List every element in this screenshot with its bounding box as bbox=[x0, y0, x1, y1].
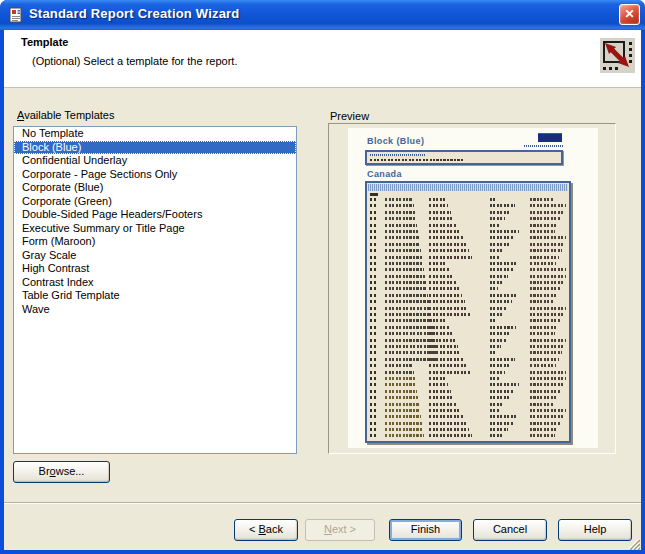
list-item[interactable]: Gray Scale bbox=[14, 249, 296, 263]
separator bbox=[4, 502, 641, 504]
help-button[interactable]: Help bbox=[558, 519, 632, 541]
list-item[interactable]: High Contrast bbox=[14, 262, 296, 276]
list-item[interactable]: Wave bbox=[14, 303, 296, 317]
preview-report-title: Block (Blue) bbox=[367, 136, 424, 146]
template-step-icon bbox=[600, 38, 635, 73]
next-button: Next > bbox=[305, 519, 375, 541]
list-item[interactable]: Table Grid Template bbox=[14, 289, 296, 303]
list-item[interactable]: Form (Maroon) bbox=[14, 235, 296, 249]
resize-grip-icon[interactable] bbox=[627, 536, 640, 549]
preview-group-heading: Canada bbox=[367, 169, 402, 179]
title-bar[interactable]: Standard Report Creation Wizard ✕ bbox=[0, 0, 645, 30]
browse-button[interactable]: Browse... bbox=[13, 461, 110, 483]
close-button[interactable]: ✕ bbox=[619, 4, 640, 25]
list-item[interactable]: Double-Sided Page Headers/Footers bbox=[14, 208, 296, 222]
list-item[interactable]: Confidential Underlay bbox=[14, 154, 296, 168]
preview-info-box bbox=[365, 150, 563, 165]
list-item[interactable]: No Template bbox=[14, 127, 296, 141]
step-title: Template bbox=[21, 36, 68, 48]
step-subtitle: (Optional) Select a template for the rep… bbox=[32, 55, 237, 67]
available-templates-label: Available Templates bbox=[17, 109, 114, 121]
preview-label: Preview bbox=[330, 110, 369, 122]
preview-logo-caption bbox=[524, 145, 564, 147]
preview-table-rows bbox=[370, 198, 566, 439]
preview-table bbox=[365, 181, 571, 443]
back-button[interactable]: < Back bbox=[234, 519, 298, 541]
app-icon bbox=[8, 7, 24, 23]
window-title: Standard Report Creation Wizard bbox=[29, 6, 240, 21]
list-item[interactable]: Corporate (Blue) bbox=[14, 181, 296, 195]
preview-panel: Block (Blue) Canada bbox=[328, 123, 616, 454]
cancel-button[interactable]: Cancel bbox=[473, 519, 547, 541]
list-item[interactable]: Executive Summary or Title Page bbox=[14, 222, 296, 236]
preview-logo bbox=[538, 133, 562, 142]
dialog-body: Template (Optional) Select a template fo… bbox=[4, 30, 641, 550]
list-item[interactable]: Contrast Index bbox=[14, 276, 296, 290]
preview-table-header bbox=[368, 184, 568, 191]
preview-page: Block (Blue) Canada bbox=[348, 128, 598, 448]
list-item[interactable]: Corporate (Green) bbox=[14, 195, 296, 209]
wizard-window: Standard Report Creation Wizard ✕ Templa… bbox=[0, 0, 645, 554]
list-item[interactable]: Block (Blue) bbox=[14, 141, 296, 155]
close-icon: ✕ bbox=[624, 7, 634, 21]
wizard-header: Template (Optional) Select a template fo… bbox=[4, 30, 641, 88]
list-item[interactable]: Corporate - Page Sections Only bbox=[14, 168, 296, 182]
template-list[interactable]: No TemplateBlock (Blue)Confidential Unde… bbox=[13, 126, 297, 454]
finish-button[interactable]: Finish bbox=[389, 519, 462, 541]
